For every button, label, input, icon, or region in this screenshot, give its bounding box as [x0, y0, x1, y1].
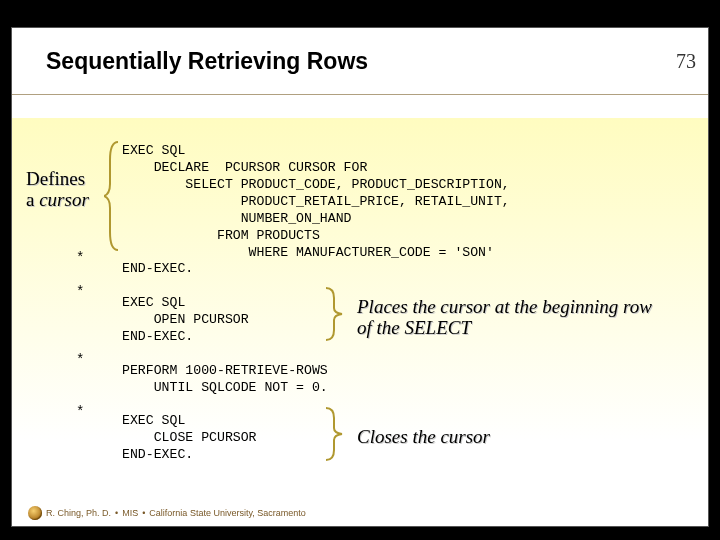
defines-line2-cursor: cursor	[39, 189, 89, 210]
footer: R. Ching, Ph. D. • MIS • California Stat…	[28, 506, 306, 520]
star-3: *	[76, 352, 84, 368]
defines-label: Defines a cursor	[26, 168, 89, 211]
page-number: 73	[676, 50, 696, 73]
brace-open-icon	[322, 286, 344, 342]
slide: Sequentially Retrieving Rows 73 Defines …	[12, 28, 708, 526]
annotation-closes: Closes the cursor	[357, 426, 657, 447]
footer-bullet-1: •	[115, 508, 118, 518]
footer-logo-icon	[28, 506, 42, 520]
star-1: *	[76, 250, 84, 266]
footer-author: R. Ching, Ph. D.	[46, 508, 111, 518]
footer-bullet-2: •	[142, 508, 145, 518]
brace-defines-icon	[104, 140, 122, 252]
slide-title: Sequentially Retrieving Rows	[46, 48, 368, 75]
defines-line2-prefix: a	[26, 189, 39, 210]
star-4: *	[76, 404, 84, 420]
defines-line1: Defines	[26, 168, 85, 189]
annotation-places: Places the cursor at the beginning row o…	[357, 296, 657, 339]
star-2: *	[76, 284, 84, 300]
footer-dept: MIS	[122, 508, 138, 518]
title-underline	[12, 94, 708, 95]
footer-org: California State University, Sacramento	[149, 508, 305, 518]
brace-close-icon	[322, 406, 344, 462]
